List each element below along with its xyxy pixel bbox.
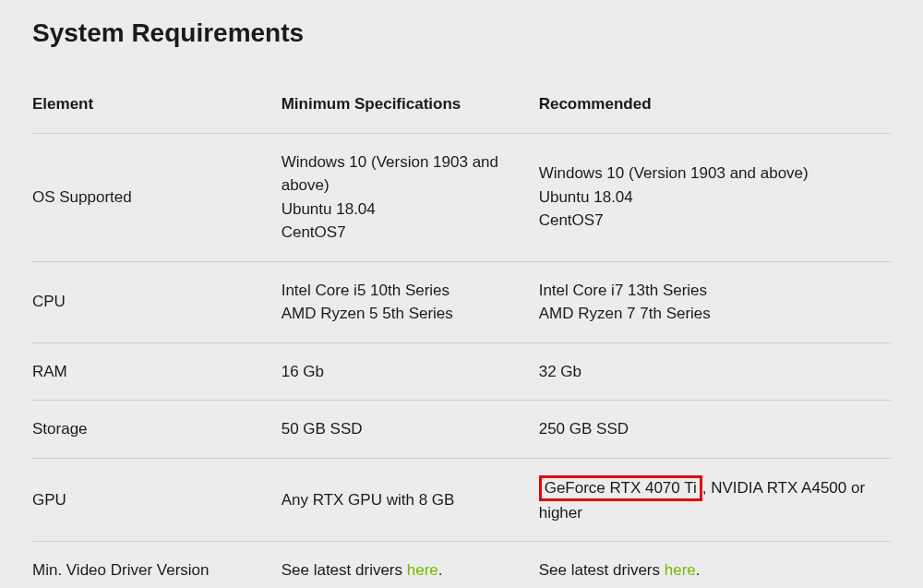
table-row: Storage 50 GB SSD 250 GB SSD — [32, 401, 891, 459]
row-label-storage: Storage — [32, 401, 282, 459]
header-recommended: Recommended — [539, 76, 891, 133]
ram-min: 16 Gb — [282, 342, 539, 401]
table-row: OS Supported Windows 10 (Version 1903 an… — [32, 133, 891, 261]
header-minimum: Minimum Specifications — [282, 76, 539, 133]
row-label-ram: RAM — [32, 342, 282, 401]
page-title: System Requirements — [32, 18, 891, 48]
ram-rec: 32 Gb — [539, 342, 891, 401]
row-label-gpu: GPU — [32, 458, 282, 542]
table-header-row: Element Minimum Specifications Recommend… — [32, 76, 891, 133]
row-label-cpu: CPU — [32, 261, 282, 342]
system-requirements-table: Element Minimum Specifications Recommend… — [32, 76, 891, 588]
row-label-os: OS Supported — [32, 133, 282, 261]
table-row: GPU Any RTX GPU with 8 GB GeForce RTX 40… — [32, 458, 891, 542]
storage-min: 50 GB SSD — [282, 401, 539, 459]
table-row: RAM 16 Gb 32 Gb — [32, 342, 891, 401]
os-rec: Windows 10 (Version 1903 and above) Ubun… — [539, 133, 891, 261]
table-row: Min. Video Driver Version See latest dri… — [32, 542, 891, 588]
driver-min: See latest drivers here. — [282, 542, 539, 588]
os-min: Windows 10 (Version 1903 and above) Ubun… — [282, 133, 539, 261]
driver-link-min[interactable]: here — [407, 561, 438, 579]
driver-link-rec[interactable]: here — [665, 561, 696, 579]
driver-rec: See latest drivers here. — [539, 542, 891, 588]
header-element: Element — [32, 76, 282, 133]
table-row: CPU Intel Core i5 10th Series AMD Ryzen … — [32, 261, 891, 342]
storage-rec: 250 GB SSD — [539, 401, 891, 459]
gpu-min: Any RTX GPU with 8 GB — [282, 458, 539, 542]
cpu-min: Intel Core i5 10th Series AMD Ryzen 5 5t… — [282, 261, 539, 342]
row-label-driver: Min. Video Driver Version — [32, 542, 282, 588]
cpu-rec: Intel Core i7 13th Series AMD Ryzen 7 7t… — [539, 261, 891, 342]
gpu-rec-highlight: GeForce RTX 4070 Ti — [539, 475, 702, 501]
gpu-rec: GeForce RTX 4070 Ti, NVIDIA RTX A4500 or… — [539, 458, 891, 542]
